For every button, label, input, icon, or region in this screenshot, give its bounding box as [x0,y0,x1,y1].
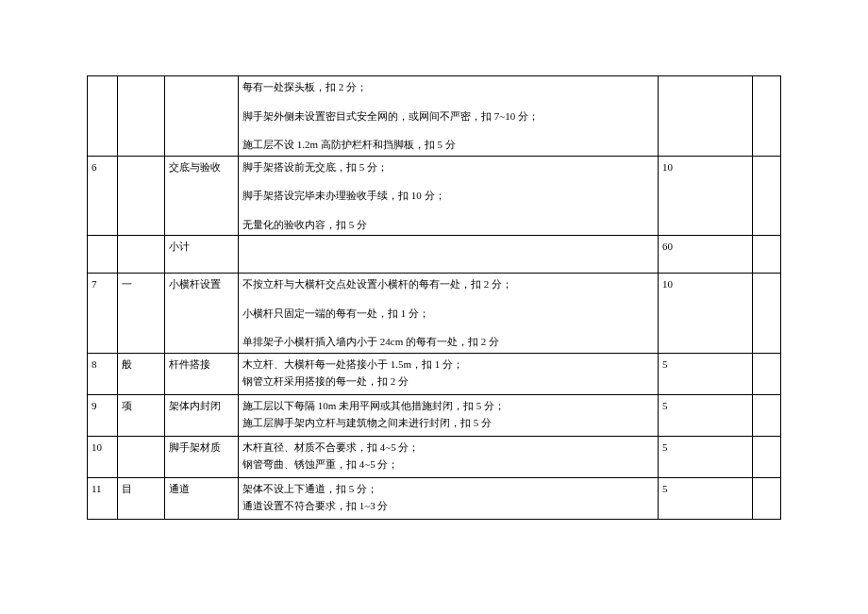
last-cell [753,156,781,236]
category-cell [118,76,165,157]
category-cell: 般 [118,353,165,394]
score-cell [659,76,753,157]
table-row: 7一小横杆设置不按立杆与大横杆交点处设置小横杆的每有一处，扣 2 分；小横杆只固… [88,274,781,354]
category-cell [118,156,165,236]
score-cell: 60 [659,236,753,274]
category-cell: 目 [118,477,165,519]
description-line: 无量化的验收内容，扣 5 分 [242,217,654,233]
score-cell: 10 [659,156,753,236]
category-cell [118,436,165,477]
description-line: 单排架子小横杆插入墙内小于 24cm 的每有一处，扣 2 分 [242,334,654,350]
last-cell [753,436,781,477]
score-cell: 5 [659,353,753,394]
category-cell [118,236,165,274]
table-row: 9项架体内封闭施工层以下每隔 10m 未用平网或其他措施封闭，扣 5 分；施工层… [88,394,781,436]
table-row: 8般杆件搭接木立杆、大横杆每一处搭接小于 1.5m，扣 1 分；钢管立杆采用搭接… [88,353,781,394]
description-cell: 木立杆、大横杆每一处搭接小于 1.5m，扣 1 分；钢管立杆采用搭接的每一处，扣… [239,353,659,394]
row-number: 10 [88,436,118,477]
last-cell [753,477,781,519]
description-line: 钢管立杆采用搭接的每一处，扣 2 分 [242,373,654,390]
description-cell: 不按立杆与大横杆交点处设置小横杆的每有一处，扣 2 分；小横杆只固定一端的每有一… [239,274,659,354]
description-line: 不按立杆与大横杆交点处设置小横杆的每有一处，扣 2 分； [242,276,654,292]
description-cell: 每有一处探头板，扣 2 分；脚手架外侧未设置密目式安全网的，或网间不严密，扣 7… [239,76,659,157]
table-row: 6交底与验收脚手架搭设前无交底，扣 5 分；脚手架搭设完毕未办理验收手续，扣 1… [88,156,781,236]
evaluation-table: 每有一处探头板，扣 2 分；脚手架外侧未设置密目式安全网的，或网间不严密，扣 7… [87,75,781,520]
score-cell: 10 [659,274,753,354]
category-cell: 项 [118,394,165,436]
table-row: 小计60 [88,236,781,274]
row-number: 8 [88,353,118,394]
description-line: 通道设置不符合要求，扣 1~3 分 [242,498,654,514]
item-name: 脚手架材质 [165,436,239,477]
table-row: 每有一处探头板，扣 2 分；脚手架外侧未设置密目式安全网的，或网间不严密，扣 7… [88,76,781,157]
last-cell [753,236,781,274]
row-number [88,76,118,157]
description-line: 木立杆、大横杆每一处搭接小于 1.5m，扣 1 分； [242,357,654,373]
description-line: 施工层以下每隔 10m 未用平网或其他措施封闭，扣 5 分； [242,398,654,414]
item-name: 小计 [165,236,239,274]
description-cell: 脚手架搭设前无交底，扣 5 分；脚手架搭设完毕未办理验收手续，扣 10 分；无量… [239,156,659,236]
description-cell: 架体不设上下通道，扣 5 分；通道设置不符合要求，扣 1~3 分 [239,477,659,519]
description-line: 施工层不设 1.2m 高防护栏杆和挡脚板，扣 5 分 [242,137,654,153]
score-cell: 5 [659,436,753,477]
score-cell: 5 [659,477,753,519]
item-name: 小横杆设置 [165,274,239,354]
last-cell [753,394,781,436]
description-line: 木杆直径、材质不合要求，扣 4~5 分； [242,440,654,456]
description-line: 脚手架搭设前无交底，扣 5 分； [242,159,654,175]
description-line: 钢管弯曲、锈蚀严重，扣 4~5 分； [242,456,654,473]
item-name: 交底与验收 [165,156,239,236]
category-cell: 一 [118,274,165,354]
description-line: 施工层脚手架内立杆与建筑物之间未进行封闭，扣 5 分 [242,415,654,431]
row-number: 7 [88,274,118,354]
description-line: 架体不设上下通道，扣 5 分； [242,481,654,497]
last-cell [753,353,781,394]
table-row: 10脚手架材质木杆直径、材质不合要求，扣 4~5 分；钢管弯曲、锈蚀严重，扣 4… [88,436,781,477]
row-number: 6 [88,156,118,236]
item-name: 架体内封闭 [165,394,239,436]
description-line: 脚手架搭设完毕未办理验收手续，扣 10 分； [242,188,654,204]
row-number [88,236,118,274]
row-number: 11 [88,477,118,519]
table-row: 11目通道架体不设上下通道，扣 5 分；通道设置不符合要求，扣 1~3 分5 [88,477,781,519]
score-cell: 5 [659,394,753,436]
item-name: 通道 [165,477,239,519]
last-cell [753,76,781,157]
row-number: 9 [88,394,118,436]
description-cell: 木杆直径、材质不合要求，扣 4~5 分；钢管弯曲、锈蚀严重，扣 4~5 分； [239,436,659,477]
item-name [165,76,239,157]
item-name: 杆件搭接 [165,353,239,394]
description-line: 小横杆只固定一端的每有一处，扣 1 分； [242,306,654,322]
last-cell [753,274,781,354]
description-line: 每有一处探头板，扣 2 分； [242,79,654,95]
description-line: 脚手架外侧未设置密目式安全网的，或网间不严密，扣 7~10 分； [242,108,654,124]
description-cell [239,236,659,274]
description-cell: 施工层以下每隔 10m 未用平网或其他措施封闭，扣 5 分；施工层脚手架内立杆与… [239,394,659,436]
